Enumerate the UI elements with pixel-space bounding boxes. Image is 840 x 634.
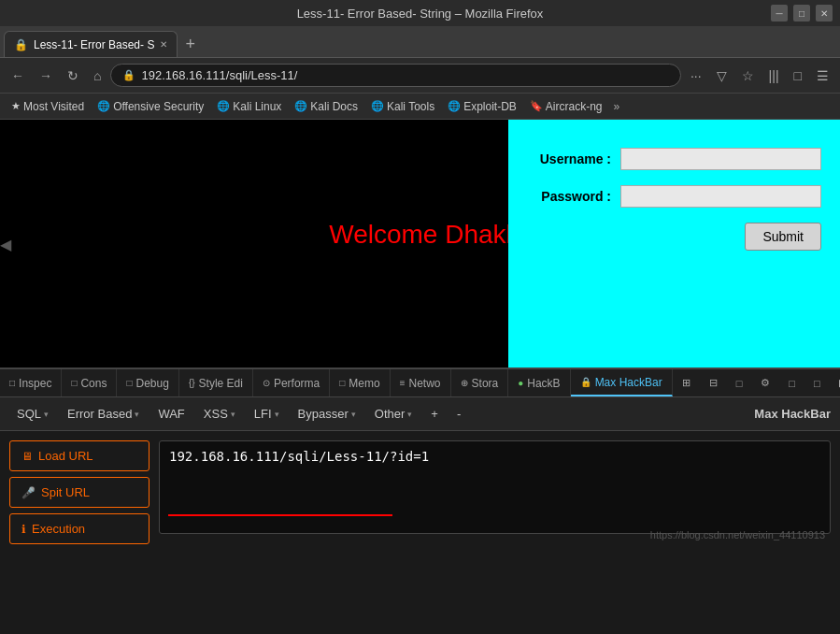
submit-button[interactable]: Submit <box>745 223 821 251</box>
bookmark-kali-linux[interactable]: 🌐 Kali Linux <box>211 98 287 115</box>
ssl-lock-icon: 🔒 <box>122 69 135 81</box>
split-url-label: Spit URL <box>41 485 90 499</box>
hackbar-footer-link: https://blog.csdn.net/weixin_44110913 <box>650 529 825 540</box>
devtools-tab-storage[interactable]: ⊕ Stora <box>451 369 509 396</box>
hackbar-url-input[interactable] <box>159 440 831 534</box>
debugger-icon: □ <box>126 378 132 388</box>
back-button[interactable]: ← <box>6 65 30 87</box>
devtools-tab-console[interactable]: □ Cons <box>62 369 117 396</box>
password-label: Password : <box>527 189 611 204</box>
window-controls: ─ □ ✕ <box>771 5 833 22</box>
devtools-tab-debugger[interactable]: □ Debug <box>117 369 178 396</box>
bookmark-exploit-db[interactable]: 🌐 Exploit-DB <box>442 98 522 115</box>
bookmark-most-visited[interactable]: ★ Most Visited <box>6 98 90 115</box>
devtools-tab-hackb[interactable]: ● HackB <box>508 369 570 396</box>
tab-close-button[interactable]: ✕ <box>160 39 167 50</box>
bookmark-kali-docs[interactable]: 🌐 Kali Docs <box>289 98 363 115</box>
menu-sub[interactable]: - <box>449 403 468 425</box>
menu-button[interactable]: ☰ <box>811 65 834 87</box>
home-button[interactable]: ⌂ <box>88 65 107 87</box>
console-icon: □ <box>71 378 77 388</box>
minimize-button[interactable]: ─ <box>771 5 788 22</box>
kali-docs-icon: 🌐 <box>294 100 307 112</box>
devtools-dock-button[interactable]: ⊞ <box>673 377 700 389</box>
hackbar-panel: SQL ▾ Error Based ▾ WAF XSS ▾ LFI ▾ Bypa… <box>0 397 840 554</box>
devtools-settings-button[interactable]: ⚙ <box>751 377 779 389</box>
menu-bypasser[interactable]: Bypasser ▾ <box>291 403 363 425</box>
devtools-tab-network[interactable]: ≡ Netwo <box>391 369 451 396</box>
devtools-tab-style-editor[interactable]: {} Style Edi <box>179 369 253 396</box>
memory-icon: □ <box>339 378 345 388</box>
load-url-label: Load URL <box>38 449 93 463</box>
devtools-tab-performance[interactable]: ⊙ Performa <box>253 369 330 396</box>
devtools-undock-button[interactable]: ⊟ <box>700 377 727 389</box>
devtools-responsive-button[interactable]: □ <box>779 378 804 389</box>
bookmark-star-button[interactable]: ☆ <box>736 65 760 87</box>
password-input[interactable] <box>620 185 821 208</box>
bookmark-offensive-security[interactable]: 🌐 Offensive Security <box>92 98 209 115</box>
network-icon: ≡ <box>400 378 406 388</box>
bookmarks-bar: ★ Most Visited 🌐 Offensive Security 🌐 Ka… <box>0 94 840 120</box>
lfi-arrow-icon: ▾ <box>275 410 279 419</box>
close-button[interactable]: ✕ <box>816 5 833 22</box>
bookmark-kali-tools[interactable]: 🌐 Kali Tools <box>365 98 440 115</box>
menu-waf[interactable]: WAF <box>150 403 192 425</box>
bookmark-pocket-button[interactable]: ▽ <box>711 65 733 87</box>
bookmark-aircrack-ng[interactable]: 🔖 Aircrack-ng <box>524 98 608 115</box>
sql-arrow-icon: ▾ <box>44 410 49 419</box>
submit-row: Submit <box>527 223 821 251</box>
kali-docs-label: Kali Docs <box>310 100 358 113</box>
split-url-button[interactable]: 🎤 Spit URL <box>9 477 149 508</box>
other-label: Other <box>375 407 406 421</box>
devtools-tab-memory[interactable]: □ Memo <box>330 369 390 396</box>
devtools-right-controls: ⊞ ⊟ □ ⚙ □ □ ▶ ✕ <box>673 377 840 389</box>
username-row: Username : <box>527 148 821 170</box>
error-based-label: Error Based <box>67 407 132 421</box>
menu-lfi[interactable]: LFI ▾ <box>247 403 287 425</box>
devtools-tab-inspector[interactable]: □ Inspec <box>0 369 62 396</box>
maximize-button[interactable]: □ <box>793 5 810 22</box>
bookmarks-overflow: » <box>610 100 624 113</box>
new-tab-button[interactable]: + <box>178 31 203 57</box>
sql-label: SQL <box>17 407 41 421</box>
hackbar-action-buttons: 🖥 Load URL 🎤 Spit URL ℹ Execution <box>9 440 149 544</box>
bookmarks-menu-button[interactable]: ||| <box>763 65 785 87</box>
active-tab[interactable]: 🔒 Less-11- Error Based- S ✕ <box>4 31 178 57</box>
hackb-label: HackB <box>527 377 560 390</box>
menu-other[interactable]: Other ▾ <box>367 403 420 425</box>
memory-label: Memo <box>349 377 379 390</box>
menu-xss[interactable]: XSS ▾ <box>196 403 243 425</box>
menu-sql[interactable]: SQL ▾ <box>9 403 56 425</box>
address-bar[interactable]: 🔒 192.168.16.111/sqli/Less-11/ <box>110 64 680 87</box>
reload-button[interactable]: ↻ <box>62 65 84 87</box>
username-input[interactable] <box>620 148 821 170</box>
execution-label: Execution <box>32 522 85 536</box>
synced-tabs-button[interactable]: □ <box>789 65 807 87</box>
username-label: Username : <box>527 151 611 166</box>
style-editor-icon: {} <box>189 378 195 388</box>
kali-tools-icon: 🌐 <box>371 100 384 112</box>
load-url-button[interactable]: 🖥 Load URL <box>9 440 149 471</box>
performance-icon: ⊙ <box>263 378 270 388</box>
nav-right-buttons: ··· ▽ ☆ ||| □ ☰ <box>685 65 834 87</box>
sub-label: - <box>457 407 461 421</box>
lfi-label: LFI <box>254 407 272 421</box>
debugger-label: Debug <box>136 377 169 390</box>
bypasser-label: Bypasser <box>298 407 349 421</box>
nav-bar: ← → ↻ ⌂ 🔒 192.168.16.111/sqli/Less-11/ ·… <box>0 58 840 94</box>
devtools-tab-max-hack[interactable]: 🔒 Max HackBar <box>571 369 673 396</box>
devtools-split-button[interactable]: □ <box>727 378 752 389</box>
forward-button[interactable]: → <box>34 65 58 87</box>
menu-add[interactable]: + <box>423 403 446 425</box>
storage-icon: ⊕ <box>461 378 468 388</box>
window-title: Less-11- Error Based- String – Mozilla F… <box>297 7 544 21</box>
hackbar-title: Max HackBar <box>754 407 831 421</box>
devtools-play-button[interactable]: ▶ <box>830 377 840 389</box>
menu-error-based[interactable]: Error Based ▾ <box>60 403 147 425</box>
tab-label: Less-11- Error Based- S <box>34 38 154 51</box>
execution-button[interactable]: ℹ Execution <box>9 513 149 544</box>
more-button[interactable]: ··· <box>685 65 707 87</box>
devtools-screenshot-button[interactable]: □ <box>804 378 830 389</box>
max-hack-label: Max HackBar <box>595 376 662 389</box>
load-url-icon: 🖥 <box>21 450 33 463</box>
